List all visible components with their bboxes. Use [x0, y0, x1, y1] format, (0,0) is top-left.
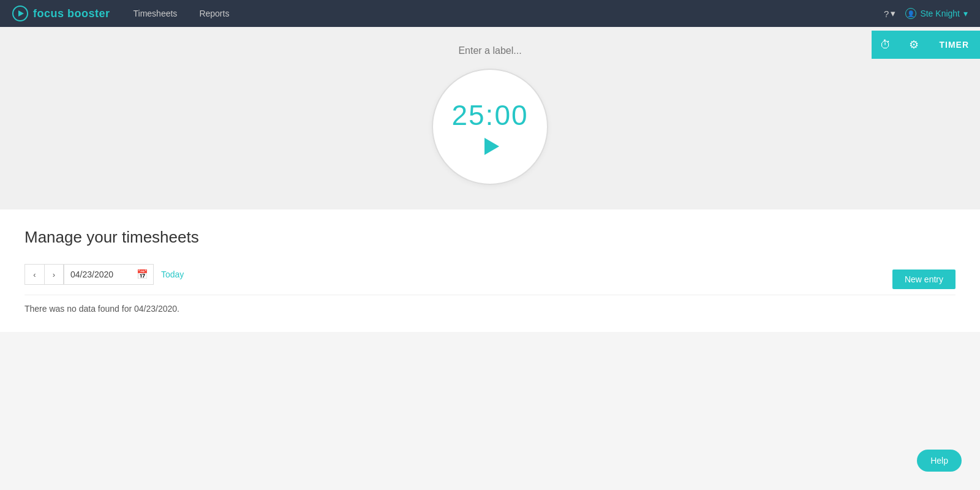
timer-display: 25:00: [451, 99, 528, 132]
nav-timesheets[interactable]: Timesheets: [129, 6, 183, 21]
brand-name-bold: booster: [67, 7, 110, 20]
calendar-icon[interactable]: 📅: [132, 269, 153, 280]
date-prev-button[interactable]: ‹: [24, 264, 44, 285]
section-title: Manage your timesheets: [24, 228, 956, 247]
brand-icon: [12, 6, 28, 21]
play-button[interactable]: [484, 138, 499, 155]
user-name-label: Ste Knight: [920, 9, 960, 18]
navbar-right: ? ▾ 👤 Ste Knight ▾: [884, 8, 968, 19]
timesheets-section: Manage your timesheets ‹ › 📅 Today New e…: [0, 209, 980, 332]
date-input-wrap: 📅: [64, 264, 154, 285]
settings-widget-button[interactable]: ⚙: [900, 31, 928, 59]
nav-reports[interactable]: Reports: [194, 6, 234, 21]
timer-section: 25:00: [0, 27, 980, 209]
navbar: focus booster Timesheets Reports ? ▾ 👤 S…: [0, 0, 980, 27]
label-input[interactable]: [398, 45, 582, 56]
divider: [24, 295, 956, 295]
brand-name-plain: focus: [33, 7, 67, 20]
user-dropdown-arrow: ▾: [963, 9, 968, 18]
help-question-mark: ?: [884, 9, 889, 19]
nav-links: Timesheets Reports: [129, 6, 235, 21]
clock-icon: ⏱: [880, 39, 891, 51]
date-nav: ‹ › 📅 Today: [24, 264, 184, 285]
timer-widget-label: TIMER: [939, 40, 969, 50]
user-avatar-icon: 👤: [905, 8, 916, 19]
help-icon-nav[interactable]: ? ▾: [884, 8, 895, 19]
date-nav-row: ‹ › 📅 Today New entry: [24, 264, 956, 295]
date-input[interactable]: [64, 265, 132, 284]
timer-widget-button[interactable]: TIMER: [928, 31, 980, 59]
timer-circle: 25:00: [432, 69, 548, 185]
top-widgets: ⏱ ⚙ TIMER: [872, 31, 980, 59]
help-dropdown-arrow: ▾: [891, 8, 895, 19]
date-next-button[interactable]: ›: [44, 264, 64, 285]
help-button[interactable]: Help: [917, 450, 962, 472]
brand-play-icon: [18, 10, 24, 17]
no-data-message: There was no data found for 04/23/2020.: [24, 304, 956, 314]
new-entry-button[interactable]: New entry: [892, 270, 956, 289]
clock-widget-button[interactable]: ⏱: [872, 31, 900, 59]
user-menu[interactable]: 👤 Ste Knight ▾: [905, 8, 968, 19]
today-badge[interactable]: Today: [161, 270, 184, 279]
brand[interactable]: focus booster: [12, 6, 110, 21]
gear-icon: ⚙: [909, 38, 919, 51]
brand-name: focus booster: [33, 7, 110, 20]
